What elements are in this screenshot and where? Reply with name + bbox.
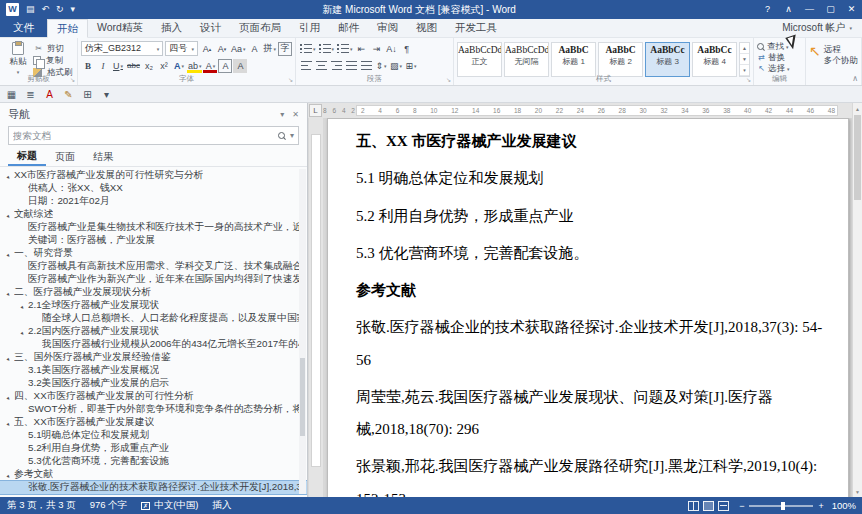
- underline-button[interactable]: U▾: [111, 59, 125, 73]
- style-card[interactable]: AaBbCcDd正文: [457, 42, 502, 77]
- nav-options-chevron-icon[interactable]: ▾: [280, 110, 284, 119]
- paragraph[interactable]: 张景颖,邢花.我国医疗器械产业发展路径研究[J].黑龙江科学,2019,10(4…: [356, 450, 828, 497]
- account-menu[interactable]: Microsoft 帐户 ▾: [772, 19, 862, 37]
- enclose-characters-button[interactable]: 字: [278, 42, 292, 56]
- nav-item[interactable]: 关键词：医疗器械，产业发展: [0, 234, 307, 247]
- qat-customize-icon[interactable]: ▾: [71, 5, 76, 14]
- web-layout-button[interactable]: [718, 501, 729, 511]
- superscript-button[interactable]: x²: [157, 59, 171, 73]
- maximize-icon[interactable]: ▢: [820, 0, 841, 19]
- nav-item[interactable]: SWOT分析，即基于内外部竞争环境和竞争条件的态势分析，将与研究对象密切相关..…: [0, 403, 307, 416]
- shading-button[interactable]: ▨▾: [389, 59, 403, 73]
- word-count[interactable]: 976 个字: [83, 497, 135, 514]
- ribbon-tab[interactable]: 审阅: [368, 19, 407, 37]
- ribbon-tab[interactable]: 开发工具: [446, 19, 506, 37]
- qat-undo-icon[interactable]: ↶: [42, 5, 50, 14]
- paragraph[interactable]: 5.3 优化营商环境，完善配套设施。: [356, 237, 828, 269]
- font-size-combo[interactable]: 四号▾: [165, 41, 198, 56]
- zoom-level[interactable]: 100%: [832, 500, 862, 511]
- bold-button[interactable]: B: [81, 59, 95, 73]
- nav-item[interactable]: ▼四、XX市医疗器械产业发展的可行性分析: [0, 390, 307, 403]
- zoom-out-icon[interactable]: −: [739, 501, 744, 511]
- remote-assist-button[interactable]: ↖ 远程多个协助: [809, 40, 858, 66]
- paragraph[interactable]: 周莹莹,苑云.我国医疗器械产业发展现状、问题及对策[J].医疗器械,2018,1…: [356, 381, 828, 446]
- styles-dialog-launcher-icon[interactable]: ↘: [746, 76, 751, 83]
- nav-item[interactable]: ▼一、研究背景: [0, 247, 307, 260]
- view-grid-icon[interactable]: ▦: [4, 87, 19, 101]
- scrollbar-thumb[interactable]: [854, 115, 861, 200]
- nav-item[interactable]: ▼五、XX市医疗器械产业发展建议: [0, 416, 307, 429]
- style-card[interactable]: AaBbCc标题 4: [692, 42, 737, 77]
- search-dropdown-icon[interactable]: ▾: [290, 131, 294, 140]
- close-icon[interactable]: ✕: [841, 0, 862, 19]
- nav-item[interactable]: 3.1美国医疗器械产业发展概况: [0, 364, 307, 377]
- grow-font-button[interactable]: A▴: [200, 42, 214, 56]
- outline-list-icon[interactable]: ≣: [23, 87, 38, 101]
- style-card[interactable]: AaBbCcDd无间隔: [504, 42, 549, 77]
- select-button[interactable]: ↖选择▾: [757, 63, 802, 74]
- zoom-slider[interactable]: [749, 505, 813, 507]
- clipboard-dialog-launcher-icon[interactable]: ↘: [70, 76, 75, 83]
- nav-item[interactable]: 随全球人口总额增长、人口老龄化程度提高，以及发展中国家经济增长、长期来...: [0, 312, 307, 325]
- cut-button[interactable]: ✂剪切: [33, 43, 73, 54]
- ribbon-tab[interactable]: Word精英: [88, 19, 152, 37]
- gallery-down-icon[interactable]: ▼: [740, 54, 749, 65]
- numbering-button[interactable]: ▾: [318, 42, 336, 56]
- ribbon-tab[interactable]: 引用: [290, 19, 329, 37]
- paragraph[interactable]: 五、XX 市医疗器械产业发展建议: [356, 125, 828, 157]
- style-card[interactable]: AaBbC标题 1: [551, 42, 596, 77]
- gallery-up-icon[interactable]: ▲: [740, 43, 749, 54]
- font-color-icon[interactable]: A: [42, 87, 57, 101]
- font-color-button[interactable]: A▾: [203, 59, 217, 73]
- page-indicator[interactable]: 第 3 页，共 3 页: [0, 497, 83, 514]
- paragraph[interactable]: 5.1 明确总体定位和发展规划: [356, 162, 828, 194]
- nav-item[interactable]: 我国医疗器械行业规模从2006年的434亿元增长至2017年的4425亿元，年均…: [0, 338, 307, 351]
- nav-item[interactable]: 日期：2021年02月: [0, 195, 307, 208]
- show-marks-button[interactable]: ¶: [400, 42, 414, 56]
- ribbon-tab[interactable]: 视图: [407, 19, 446, 37]
- nav-item[interactable]: 医疗器械产业是集生物技术和医疗技术于一身的高技术产业，近年来在科技发展...: [0, 221, 307, 234]
- change-case-button[interactable]: Aa▾: [230, 42, 247, 56]
- nav-scrollbar[interactable]: [299, 169, 306, 494]
- paragraph[interactable]: 5.2 利用自身优势，形成重点产业: [356, 200, 828, 232]
- paragraph-dialog-launcher-icon[interactable]: ↘: [446, 76, 451, 83]
- char-shading-button[interactable]: A: [233, 59, 247, 73]
- nav-item[interactable]: 张敬.医疗器械企业的技术获取路径探讨.企业技术开发[J],2018,37(3):…: [0, 481, 307, 494]
- nav-scrollbar-thumb[interactable]: [300, 358, 305, 436]
- search-input[interactable]: [13, 130, 274, 141]
- ribbon-tab[interactable]: 设计: [191, 19, 230, 37]
- nav-tab[interactable]: 标题: [8, 148, 46, 166]
- nav-item[interactable]: ▼2.1全球医疗器械产业发展现状: [0, 299, 307, 312]
- vertical-ruler[interactable]: [309, 118, 323, 497]
- nav-tab[interactable]: 结果: [84, 148, 122, 166]
- horizontal-ruler[interactable]: 8642 24681012141618202224262830323436384…: [308, 103, 852, 118]
- style-card[interactable]: AaBbCc标题 3: [645, 42, 690, 77]
- nav-item[interactable]: 5.1明确总体定位和发展规划: [0, 429, 307, 442]
- copy-button[interactable]: 复制: [33, 55, 73, 66]
- collapse-ribbon-icon[interactable]: ∧: [852, 74, 858, 83]
- nav-close-icon[interactable]: ✕: [292, 110, 299, 119]
- ribbon-tab[interactable]: 文件: [0, 19, 47, 37]
- document-scrollbar[interactable]: ▲ ▼: [852, 103, 862, 497]
- help-icon[interactable]: ?: [757, 0, 778, 19]
- phonetic-guide-button[interactable]: 拼▾: [262, 42, 277, 56]
- increase-indent-button[interactable]: ⇥: [370, 42, 384, 56]
- font-name-combo[interactable]: 仿宋_GB2312▾: [81, 41, 163, 56]
- align-center-button[interactable]: [314, 59, 328, 73]
- font-dialog-launcher-icon[interactable]: ↘: [288, 76, 293, 83]
- nav-item[interactable]: ▼参考文献: [0, 468, 307, 481]
- paragraph[interactable]: 参考文献: [356, 274, 828, 306]
- nav-item[interactable]: ▼XX市医疗器械产业发展的可行性研究与分析: [0, 169, 307, 182]
- tab-stop-selector[interactable]: L: [309, 104, 322, 117]
- edit-pen-icon[interactable]: ✎: [61, 87, 76, 101]
- ribbon-tab[interactable]: 开始: [47, 19, 88, 38]
- decrease-indent-button[interactable]: ⇤: [355, 42, 369, 56]
- multilevel-list-button[interactable]: ▾: [336, 42, 354, 56]
- minimize-icon[interactable]: —: [799, 0, 820, 19]
- qat-save-icon[interactable]: ▤: [26, 5, 35, 14]
- more-dropdown-icon[interactable]: ▾: [99, 87, 114, 101]
- scroll-down-icon[interactable]: ▼: [853, 486, 862, 497]
- sort-button[interactable]: A↓: [385, 42, 399, 56]
- ribbon-tab[interactable]: 插入: [152, 19, 191, 37]
- language-indicator[interactable]: ✗中文(中国): [134, 497, 205, 514]
